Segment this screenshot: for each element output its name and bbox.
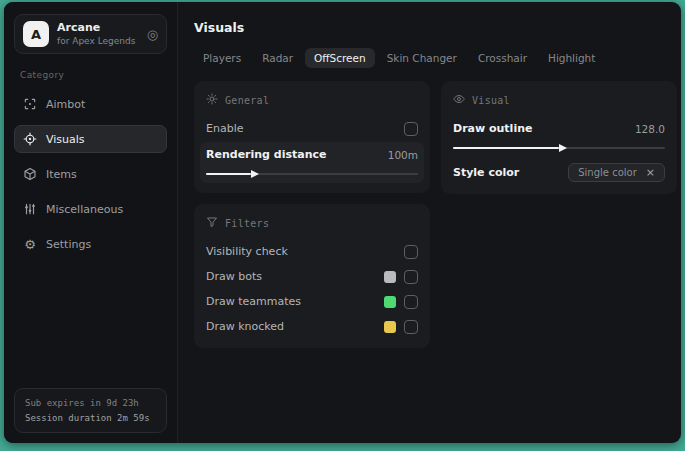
right-column: Visual Draw outline 128.0 Style color Si… <box>441 81 677 194</box>
draw-outline-label: Draw outline <box>453 122 532 135</box>
panel-grid: General Enable Rendering distance 100m <box>194 81 677 348</box>
crosshair-scan-icon <box>23 97 37 111</box>
draw-knocked-label: Draw knocked <box>206 320 284 333</box>
draw-teammates-label: Draw teammates <box>206 295 301 308</box>
style-color-select[interactable]: Single color × <box>568 163 665 182</box>
app-title: Arcane <box>57 22 135 35</box>
draw-teammates-checkbox[interactable] <box>404 295 418 309</box>
tab-players[interactable]: Players <box>194 48 250 68</box>
draw-bots-row: Draw bots <box>206 265 418 288</box>
app-logo: A <box>23 21 49 47</box>
visibility-check-checkbox[interactable] <box>404 245 418 259</box>
target-circle-icon[interactable]: ◎ <box>147 28 158 41</box>
tab-skin-changer[interactable]: Skin Changer <box>378 48 466 68</box>
general-panel-title: General <box>225 95 269 106</box>
visual-panel-title: Visual <box>472 95 510 106</box>
app-window: A Arcane for Apex Legends ◎ Category Aim… <box>4 2 681 443</box>
sub-expires-text: Sub expires in 9d 23h <box>25 398 156 408</box>
tab-radar[interactable]: Radar <box>253 48 302 68</box>
sidebar-item-aimbot[interactable]: Aimbot <box>14 90 167 118</box>
visibility-check-row: Visibility check <box>206 240 418 263</box>
general-panel: General Enable Rendering distance 100m <box>194 81 430 193</box>
desktop: { "desktop": { "background": "#43a893" }… <box>0 0 685 451</box>
category-label: Category <box>20 70 161 80</box>
rendering-distance-label: Rendering distance <box>206 148 327 161</box>
draw-outline-value: 128.0 <box>635 123 665 135</box>
filters-panel-header: Filters <box>206 216 418 230</box>
funnel-icon <box>206 216 218 230</box>
sidebar-item-label: Settings <box>46 238 91 251</box>
visual-panel-header: Visual <box>453 93 665 107</box>
draw-teammates-color-swatch[interactable] <box>384 296 396 308</box>
general-panel-header: General <box>206 93 418 107</box>
sidebar-item-label: Miscellaneous <box>46 203 123 216</box>
rendering-distance-value: 100m <box>388 149 418 161</box>
draw-knocked-controls <box>384 320 418 334</box>
sidebar-item-label: Visuals <box>46 133 85 146</box>
sidebar-item-items[interactable]: Items <box>14 160 167 188</box>
gear-icon: ⚙ <box>23 237 37 251</box>
enable-label: Enable <box>206 122 243 135</box>
tab-bar: Players Radar OffScreen Skin Changer Cro… <box>194 48 677 68</box>
slider-fill-arrow-thumb[interactable] <box>206 173 251 175</box>
sliders-icon <box>23 202 37 216</box>
draw-bots-checkbox[interactable] <box>404 270 418 284</box>
enable-row: Enable <box>206 117 418 140</box>
tab-highlight[interactable]: Highlight <box>539 48 604 68</box>
app-subtitle: for Apex Legends <box>57 36 135 46</box>
sun-icon <box>206 93 218 107</box>
draw-bots-label: Draw bots <box>206 270 262 283</box>
draw-bots-controls <box>384 270 418 284</box>
tab-crosshair[interactable]: Crosshair <box>469 48 536 68</box>
draw-knocked-row: Draw knocked <box>206 315 418 338</box>
slider-fill-arrow-thumb[interactable] <box>453 147 559 149</box>
page-title: Visuals <box>194 20 677 35</box>
brand-card: A Arcane for Apex Legends ◎ <box>14 14 167 54</box>
sidebar-item-visuals[interactable]: Visuals <box>14 125 167 153</box>
visual-panel: Visual Draw outline 128.0 Style color Si… <box>441 81 677 194</box>
eye-icon <box>453 93 465 107</box>
sidebar-item-label: Aimbot <box>46 98 85 111</box>
sidebar-item-settings[interactable]: ⚙ Settings <box>14 230 167 258</box>
draw-bots-color-swatch[interactable] <box>384 271 396 283</box>
enable-checkbox[interactable] <box>404 122 418 136</box>
sidebar: A Arcane for Apex Legends ◎ Category Aim… <box>4 2 178 443</box>
style-color-selected-option: Single color <box>578 167 637 178</box>
rendering-distance-slider[interactable] <box>206 169 418 179</box>
left-column: General Enable Rendering distance 100m <box>194 81 430 348</box>
tab-offscreen[interactable]: OffScreen <box>305 48 375 68</box>
draw-knocked-color-swatch[interactable] <box>384 321 396 333</box>
draw-outline-row: Draw outline 128.0 <box>453 117 665 140</box>
draw-teammates-row: Draw teammates <box>206 290 418 313</box>
brand-text: Arcane for Apex Legends <box>57 22 135 47</box>
focus-icon <box>23 132 37 146</box>
main-area: Visuals Players Radar OffScreen Skin Cha… <box>178 2 681 443</box>
rendering-distance-block: Rendering distance 100m <box>200 142 424 183</box>
session-duration-text: Session duration 2m 59s <box>25 413 156 423</box>
clear-selection-icon[interactable]: × <box>646 167 655 178</box>
rendering-distance-row: Rendering distance 100m <box>206 143 418 166</box>
visibility-check-label: Visibility check <box>206 245 288 258</box>
draw-outline-slider[interactable] <box>453 143 665 153</box>
draw-knocked-checkbox[interactable] <box>404 320 418 334</box>
filters-panel: Filters Visibility check Draw bots <box>194 204 430 348</box>
subscription-card: Sub expires in 9d 23h Session duration 2… <box>14 388 167 433</box>
style-color-row: Style color Single color × <box>453 161 665 184</box>
sidebar-item-miscellaneous[interactable]: Miscellaneous <box>14 195 167 223</box>
filters-panel-title: Filters <box>225 218 269 229</box>
cube-icon <box>23 167 37 181</box>
style-color-label: Style color <box>453 166 519 179</box>
sidebar-item-label: Items <box>46 168 77 181</box>
draw-teammates-controls <box>384 295 418 309</box>
